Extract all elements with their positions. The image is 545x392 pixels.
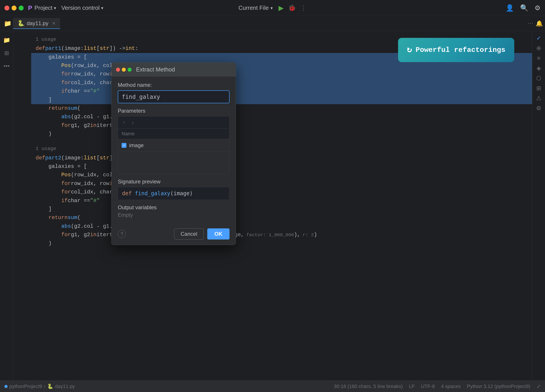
params-empty-area [118,152,229,174]
dialog-close[interactable] [116,68,120,72]
help-button[interactable]: ? [118,230,126,238]
method-name-label: Method name: [118,82,229,88]
output-label: Output variables [118,204,229,211]
method-name-input[interactable] [118,90,229,103]
sig-preview-box: def find_galaxy(image) [118,187,229,200]
output-value: Empty [118,212,229,218]
params-name-header: Name [118,129,229,139]
dialog-title-text: Extract Method [136,66,175,73]
dialog-traffic-lights [116,68,132,72]
params-toolbar: ↑ ↓ [118,116,229,129]
image-checkbox[interactable]: ✓ [122,143,126,148]
cancel-button[interactable]: Cancel [174,228,204,239]
sig-label: Signature preview [118,178,229,185]
dialog-overlay: Extract Method Method name: Parameters ↑… [0,0,545,392]
dialog-titlebar: Extract Method [111,62,236,77]
params-up-button[interactable]: ↑ [121,119,127,126]
dialog-footer: ? Cancel OK [111,225,236,245]
params-section: Parameters ↑ ↓ Name ✓ image [118,108,229,174]
output-section: Output variables Empty [118,204,229,218]
dialog-maximize[interactable] [128,68,132,72]
param-image-label: image [129,142,144,148]
dialog-minimize[interactable] [122,68,126,72]
sig-section: Signature preview def find_galaxy(image) [118,178,229,200]
dialog-body: Method name: Parameters ↑ ↓ Name ✓ image [111,77,236,225]
footer-buttons: Cancel OK [174,228,229,239]
ok-button[interactable]: OK [207,228,229,239]
params-label: Parameters [118,108,229,114]
checkbox-check-icon: ✓ [123,143,126,147]
params-down-button[interactable]: ↓ [130,119,136,126]
params-row-image: ✓ image [118,139,229,152]
extract-method-dialog: Extract Method Method name: Parameters ↑… [111,62,236,245]
params-table: Name ✓ image [118,129,229,174]
